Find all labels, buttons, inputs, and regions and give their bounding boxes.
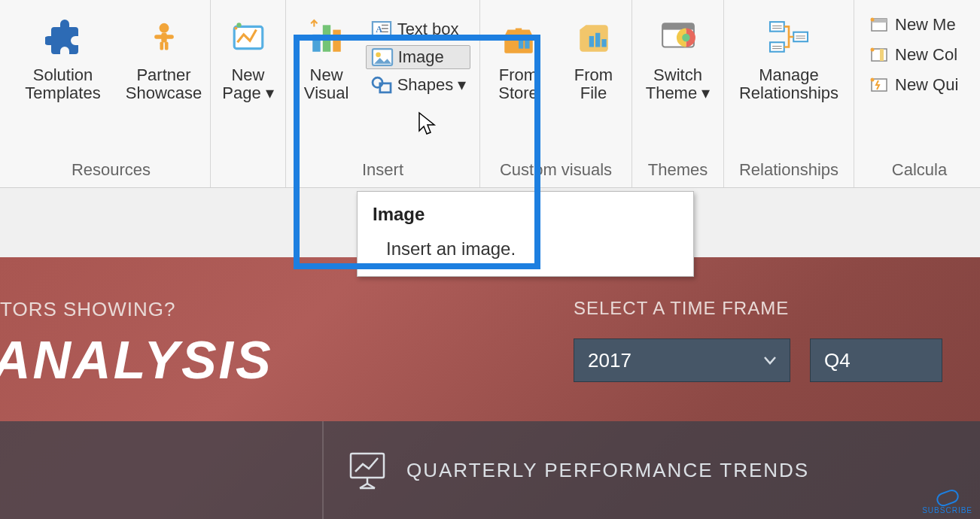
ribbon-edge-left <box>0 0 12 187</box>
panel-left <box>0 421 324 519</box>
group-custom-visuals: From Store From File Custom visuals <box>480 0 632 187</box>
image-icon <box>371 47 394 67</box>
quarter-value: Q4 <box>824 349 851 372</box>
manage-relationships-label: Manage Relationships <box>739 66 838 102</box>
chevron-down-icon <box>761 351 779 369</box>
svg-rect-4 <box>164 42 168 50</box>
manage-relationships-button[interactable]: Manage Relationships <box>729 14 849 102</box>
shapes-label: Shapes ▾ <box>397 75 467 95</box>
group-insert-label: Insert <box>362 160 403 180</box>
solution-templates-label: Solution Templates <box>25 66 100 102</box>
svg-point-43 <box>871 48 875 52</box>
svg-rect-46 <box>351 454 384 478</box>
theme-icon <box>654 14 702 62</box>
puzzle-icon <box>39 14 87 62</box>
timeframe-label: SELECT A TIME FRAME <box>574 298 965 319</box>
svg-rect-23 <box>589 36 593 47</box>
from-file-button[interactable]: From File <box>560 14 628 102</box>
ribbon: Solution Templates Partner Showcase Reso… <box>0 0 980 188</box>
new-page-button[interactable]: New Page ▾ <box>215 14 282 102</box>
subscribe-label: SUBSCRIBE <box>922 506 972 514</box>
group-page-label <box>245 160 250 180</box>
new-quick-measure-button[interactable]: New Qui <box>863 74 963 96</box>
new-quick-label: New Qui <box>895 75 958 95</box>
group-calculations-label: Calcula <box>892 160 947 180</box>
bar-chart-icon <box>303 14 351 62</box>
svg-rect-2 <box>154 35 174 39</box>
presentation-chart-icon <box>346 449 388 491</box>
new-visual-button[interactable]: New Visual <box>295 14 358 102</box>
group-relationships: Manage Relationships Relationships <box>724 0 854 187</box>
svg-rect-22 <box>525 36 529 49</box>
tooltip-title: Image <box>373 204 678 225</box>
group-resources: Solution Templates Partner Showcase Reso… <box>12 0 211 187</box>
group-calculations: New Me New Col New Qui Calcula <box>854 0 980 187</box>
shapes-icon <box>370 75 393 95</box>
svg-point-6 <box>236 23 241 27</box>
year-dropdown[interactable]: 2017 <box>574 338 790 382</box>
svg-rect-25 <box>601 39 606 47</box>
solution-templates-button[interactable]: Solution Templates <box>14 14 112 102</box>
new-measure-button[interactable]: New Me <box>863 14 960 36</box>
svg-rect-42 <box>880 49 884 61</box>
subscribe-badge[interactable]: SUBSCRIBE <box>922 491 972 514</box>
partner-showcase-button[interactable]: Partner Showcase <box>120 14 208 102</box>
group-themes-label: Themes <box>648 160 708 180</box>
svg-point-17 <box>376 52 381 57</box>
partner-showcase-label: Partner Showcase <box>126 66 202 102</box>
svg-point-40 <box>871 18 875 22</box>
relationships-icon <box>765 14 813 62</box>
dashboard-header: TORS SHOWING? ANALYSIS SELECT A TIME FRA… <box>0 298 980 390</box>
image-button[interactable]: Image <box>366 45 471 69</box>
switch-theme-label: Switch Theme ▾ <box>646 66 711 102</box>
switch-theme-button[interactable]: Switch Theme ▾ <box>637 14 720 102</box>
svg-rect-21 <box>519 39 523 48</box>
svg-text:A: A <box>376 24 382 35</box>
new-column-label: New Col <box>895 45 957 65</box>
from-store-button[interactable]: From Store <box>485 14 552 102</box>
svg-point-0 <box>159 23 169 33</box>
panel-row: QUARTERLY PERFORMANCE TRENDS <box>0 421 980 519</box>
panel-right-title: QUARTERLY PERFORMANCE TRENDS <box>406 459 809 482</box>
from-file-label: From File <box>574 66 613 102</box>
tooltip-desc: Insert an image. <box>373 238 678 260</box>
year-value: 2017 <box>588 349 632 372</box>
report-canvas: TORS SHOWING? ANALYSIS SELECT A TIME FRA… <box>0 257 980 519</box>
image-tooltip: Image Insert an image. <box>357 191 694 277</box>
svg-point-45 <box>871 78 875 82</box>
insert-small-buttons: A Text box Image Shapes ▾ <box>366 14 471 96</box>
svg-rect-9 <box>322 25 330 51</box>
group-page: New Page ▾ <box>211 0 286 187</box>
dashboard-title: ANALYSIS <box>0 330 273 390</box>
store-icon <box>495 14 543 62</box>
svg-rect-8 <box>312 35 320 52</box>
cursor-icon <box>418 111 437 140</box>
calc-icon-3 <box>868 75 890 95</box>
new-column-button[interactable]: New Col <box>863 44 962 66</box>
group-insert: New Visual A Text box Image <box>286 0 480 187</box>
svg-rect-30 <box>770 42 784 52</box>
svg-point-7 <box>234 26 237 29</box>
dashboard-subtitle: TORS SHOWING? <box>0 298 273 321</box>
group-custom-visuals-label: Custom visuals <box>500 160 612 180</box>
group-resources-label: Resources <box>72 160 151 180</box>
new-visual-label: New Visual <box>304 66 349 102</box>
svg-rect-10 <box>333 30 340 52</box>
svg-rect-24 <box>595 33 600 47</box>
svg-rect-29 <box>770 22 784 31</box>
svg-rect-3 <box>160 42 163 50</box>
calc-icon-1 <box>868 15 890 35</box>
svg-point-28 <box>682 34 689 41</box>
text-box-button[interactable]: A Text box <box>366 18 471 41</box>
timeframe-block: SELECT A TIME FRAME 2017 Q4 <box>574 298 965 390</box>
shapes-button[interactable]: Shapes ▾ <box>366 74 471 96</box>
dashboard-title-block: TORS SHOWING? ANALYSIS <box>0 298 273 390</box>
svg-rect-20 <box>515 29 521 32</box>
calc-icon-2 <box>868 45 890 65</box>
group-relationships-label: Relationships <box>739 160 838 180</box>
new-page-icon <box>224 14 272 62</box>
quarter-dropdown[interactable]: Q4 <box>810 338 942 382</box>
text-box-label: Text box <box>397 20 459 39</box>
svg-rect-31 <box>793 32 808 42</box>
panel-quarterly-trends: QUARTERLY PERFORMANCE TRENDS <box>324 421 980 519</box>
